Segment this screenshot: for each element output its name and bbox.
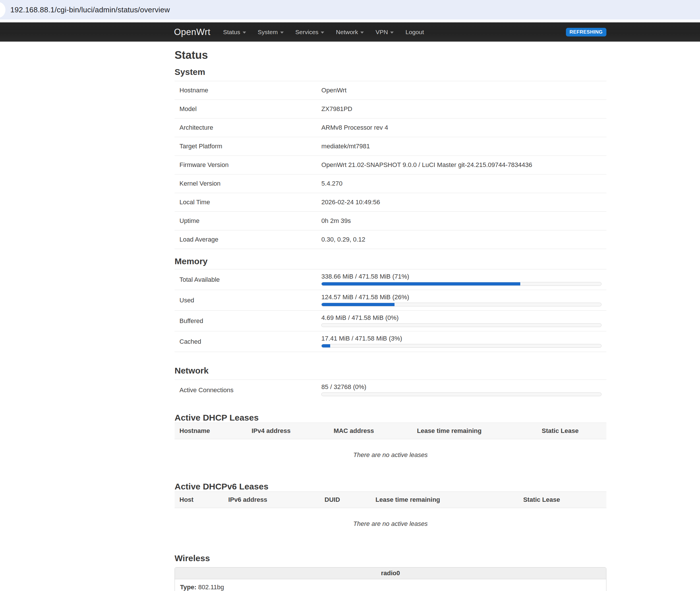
progress-bar-fill bbox=[322, 282, 520, 285]
openwrt-logo[interactable]: OpenWrt bbox=[174, 27, 211, 37]
section-heading-dhcpv6-leases: Active DHCPv6 Leases bbox=[175, 482, 606, 491]
progress-bar bbox=[321, 303, 601, 307]
row-label: Uptime bbox=[175, 212, 321, 231]
row-value: 0h 2m 39s bbox=[321, 212, 606, 231]
row-label: Load Average bbox=[175, 231, 321, 249]
column-header: Host bbox=[175, 492, 223, 508]
row-value: 2026-02-24 10:49:56 bbox=[321, 193, 606, 212]
memory-usage-text: 338.66 MiB / 471.58 MiB (71%) bbox=[321, 273, 601, 280]
section-heading-network: Network bbox=[175, 366, 606, 376]
row-label: Kernel Version bbox=[175, 175, 321, 193]
table-row: Used 124.57 MiB / 471.58 MiB (26%) bbox=[175, 290, 606, 311]
row-label: Cached bbox=[175, 331, 321, 352]
nav-item-label: System bbox=[258, 29, 278, 36]
column-header: Static Lease bbox=[537, 423, 606, 439]
row-label: Total Available bbox=[175, 269, 321, 290]
chevron-down-icon bbox=[280, 31, 284, 34]
nav-item-system[interactable]: System bbox=[258, 29, 284, 36]
nav-item-network[interactable]: Network bbox=[336, 29, 364, 36]
row-label: Hostname bbox=[175, 81, 321, 100]
refreshing-indicator[interactable]: REFRESHING bbox=[566, 28, 606, 37]
row-label: Firmware Version bbox=[175, 156, 321, 175]
system-table: HostnameOpenWrt ModelZX7981PD Architectu… bbox=[175, 81, 606, 249]
empty-message: There are no active leases bbox=[175, 508, 606, 538]
progress-bar-fill bbox=[322, 303, 394, 306]
page-content: Status System HostnameOpenWrt ModelZX798… bbox=[175, 49, 606, 591]
row-label: Active Connections bbox=[175, 380, 321, 400]
column-header: Lease time remaining bbox=[371, 492, 518, 508]
table-row: Target Platformmediatek/mt7981 bbox=[175, 137, 606, 156]
table-row: ArchitectureARMv8 Processor rev 4 bbox=[175, 119, 606, 137]
row-value: OpenWrt bbox=[321, 81, 606, 100]
field-label: Type: bbox=[180, 584, 196, 591]
table-row: Uptime0h 2m 39s bbox=[175, 212, 606, 231]
chevron-down-icon bbox=[390, 31, 394, 34]
url-text: 192.168.88.1/cgi-bin/luci/admin/status/o… bbox=[10, 5, 170, 14]
progress-bar bbox=[321, 323, 601, 327]
memory-table: Total Available 338.66 MiB / 471.58 MiB … bbox=[175, 269, 606, 352]
nav-item-label: Logout bbox=[405, 29, 424, 36]
radio0-panel: radio0 Type: 802.11bg Channel: - bbox=[175, 567, 606, 591]
table-row: Total Available 338.66 MiB / 471.58 MiB … bbox=[175, 269, 606, 290]
radio-field-type: Type: 802.11bg bbox=[180, 583, 601, 591]
table-header-row: Hostname IPv4 address MAC address Lease … bbox=[175, 423, 606, 439]
navbar: OpenWrt Status System Services Network V… bbox=[0, 22, 700, 42]
table-row: Kernel Version5.4.270 bbox=[175, 175, 606, 193]
nav-item-status[interactable]: Status bbox=[223, 29, 246, 36]
table-row: Cached 17.41 MiB / 471.58 MiB (3%) bbox=[175, 331, 606, 352]
column-header: Lease time remaining bbox=[412, 423, 537, 439]
row-label: Architecture bbox=[175, 119, 321, 137]
column-header: IPv6 address bbox=[223, 492, 319, 508]
progress-bar bbox=[321, 282, 601, 286]
memory-usage-text: 124.57 MiB / 471.58 MiB (26%) bbox=[321, 293, 601, 301]
row-value: 5.4.270 bbox=[321, 175, 606, 193]
column-header: Static Lease bbox=[518, 492, 606, 508]
nav-item-label: Network bbox=[336, 29, 358, 36]
nav-item-services[interactable]: Services bbox=[295, 29, 325, 36]
column-header: IPv4 address bbox=[247, 423, 329, 439]
row-value: mediatek/mt7981 bbox=[321, 137, 606, 156]
chevron-down-icon bbox=[360, 31, 364, 34]
nav-item-vpn[interactable]: VPN bbox=[375, 29, 394, 36]
progress-bar-fill bbox=[322, 344, 330, 347]
table-row: Active Connections 85 / 32768 (0%) bbox=[175, 380, 606, 400]
chevron-down-icon bbox=[243, 31, 246, 34]
section-heading-memory: Memory bbox=[175, 257, 606, 266]
section-heading-system: System bbox=[175, 67, 606, 77]
nav-item-logout[interactable]: Logout bbox=[405, 29, 424, 36]
page-title: Status bbox=[175, 49, 606, 61]
row-value: 0.30, 0.29, 0.12 bbox=[321, 231, 606, 249]
navbar-inner: OpenWrt Status System Services Network V… bbox=[174, 27, 606, 37]
progress-bar bbox=[321, 344, 601, 348]
field-value: 802.11bg bbox=[198, 584, 224, 591]
radio0-panel-title: radio0 bbox=[175, 568, 606, 579]
browser-address-bar[interactable]: 192.168.88.1/cgi-bin/luci/admin/status/o… bbox=[0, 0, 700, 19]
row-label: Local Time bbox=[175, 193, 321, 212]
table-header-row: Host IPv6 address DUID Lease time remain… bbox=[175, 492, 606, 508]
table-row: Load Average0.30, 0.29, 0.12 bbox=[175, 231, 606, 249]
radio0-panel-body: Type: 802.11bg Channel: - bbox=[175, 579, 606, 591]
column-header: Hostname bbox=[175, 423, 247, 439]
row-label: Model bbox=[175, 100, 321, 119]
empty-message: There are no active leases bbox=[175, 439, 606, 469]
table-row: ModelZX7981PD bbox=[175, 100, 606, 119]
row-label: Target Platform bbox=[175, 137, 321, 156]
dhcpv6-leases-table: Host IPv6 address DUID Lease time remain… bbox=[175, 491, 606, 537]
memory-usage-text: 17.41 MiB / 471.58 MiB (3%) bbox=[321, 335, 601, 342]
row-value: OpenWrt 21.02-SNAPSHOT 9.0.0 / LuCI Mast… bbox=[321, 156, 606, 175]
nav-item-label: Services bbox=[295, 29, 319, 36]
browser-button-circle bbox=[0, 2, 5, 18]
column-header: MAC address bbox=[329, 423, 412, 439]
section-heading-dhcp-leases: Active DHCP Leases bbox=[175, 413, 606, 422]
table-row: Firmware VersionOpenWrt 21.02-SNAPSHOT 9… bbox=[175, 156, 606, 175]
table-row: Buffered 4.69 MiB / 471.58 MiB (0%) bbox=[175, 311, 606, 331]
table-row: Local Time2026-02-24 10:49:56 bbox=[175, 193, 606, 212]
section-heading-wireless: Wireless bbox=[175, 553, 606, 563]
empty-state-row: There are no active leases bbox=[175, 439, 606, 469]
network-table: Active Connections 85 / 32768 (0%) bbox=[175, 380, 606, 400]
row-value: ZX7981PD bbox=[321, 100, 606, 119]
divider bbox=[0, 19, 700, 22]
memory-usage-text: 4.69 MiB / 471.58 MiB (0%) bbox=[321, 314, 601, 322]
progress-bar bbox=[321, 392, 601, 396]
empty-state-row: There are no active leases bbox=[175, 508, 606, 538]
